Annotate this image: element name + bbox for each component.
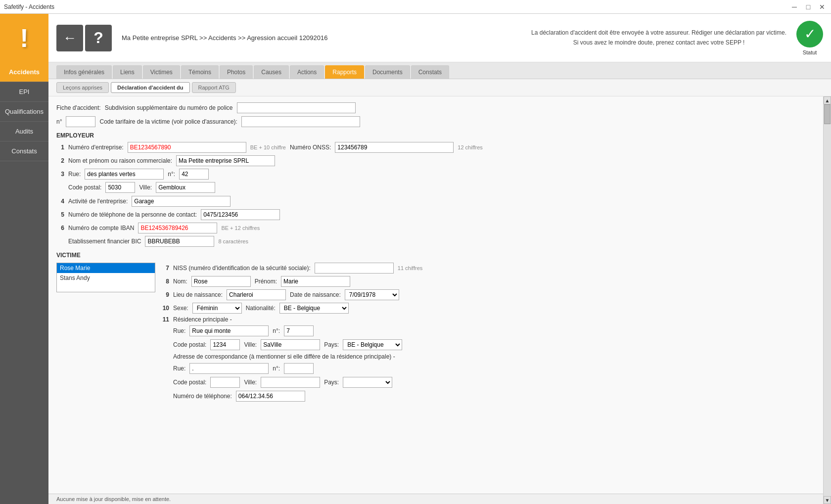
nav-icons: ← ?: [56, 25, 112, 51]
res-n-label: n°:: [273, 327, 280, 334]
nom-label: Nom:: [173, 278, 187, 285]
sidebar-item-audits[interactable]: Audits: [0, 122, 48, 141]
tel-input[interactable]: [236, 391, 305, 402]
nat-label: Nationalité:: [246, 305, 276, 312]
subdivision-input[interactable]: [237, 102, 356, 113]
date-naissance-select[interactable]: 7/09/1978: [345, 289, 399, 300]
corr-ville-label: Ville:: [244, 379, 257, 386]
tab-victimes[interactable]: Victimes: [143, 65, 180, 79]
res-rue-input[interactable]: [189, 325, 269, 336]
subtab-lecons[interactable]: Leçons apprises: [56, 82, 109, 93]
enterprise-hint: BE + 10 chiffre: [250, 144, 286, 150]
tab-temoins[interactable]: Témoins: [181, 65, 219, 79]
tel-contact-input[interactable]: [201, 209, 280, 220]
ville-input[interactable]: [156, 182, 215, 193]
sexe-label: Sexe:: [173, 305, 188, 312]
corr-pays-select[interactable]: [343, 377, 392, 388]
activite-input[interactable]: [132, 196, 231, 207]
subtab-rapport-atg[interactable]: Rapport ATG: [192, 82, 236, 93]
bic-input[interactable]: [145, 236, 214, 247]
num-row-9: 9 Lieu de naissance: Date de naissance: …: [161, 289, 815, 300]
tab-rapports[interactable]: Rapports: [325, 65, 364, 79]
postal-input[interactable]: [105, 182, 135, 193]
prenom-input[interactable]: [281, 276, 350, 287]
residence-postal-row: Code postal: Ville: Pays: BE - Belgique: [173, 339, 815, 350]
subtab-declaration[interactable]: Déclaration d'accident du: [111, 82, 189, 93]
niss-input[interactable]: [315, 263, 394, 274]
sidebar-item-qualifications[interactable]: Qualifications: [0, 102, 48, 122]
subdivision-label: Subdivision supplémentaire du numéro de …: [105, 104, 233, 111]
num-row-2: 2 Nom et prénom ou raison commerciale:: [56, 155, 815, 166]
logo: !: [0, 14, 48, 62]
scroll-thumb[interactable]: [824, 104, 831, 124]
back-button[interactable]: ←: [56, 25, 83, 51]
onss-hint: 12 chiffres: [458, 144, 483, 150]
help-button[interactable]: ?: [85, 25, 112, 51]
iban-input[interactable]: [138, 223, 217, 233]
tab-actions[interactable]: Actions: [290, 65, 324, 79]
corr-n-input[interactable]: [284, 363, 314, 374]
enterprise-label: Numéro d'entreprise:: [68, 144, 124, 151]
lieu-naissance-label: Lieu de naissance:: [173, 291, 223, 298]
res-ville-input[interactable]: [261, 339, 320, 350]
sexe-select[interactable]: Féminin Masculin: [192, 303, 242, 314]
num-row-10: 10 Sexe: Féminin Masculin Nationalité: B…: [161, 303, 815, 314]
tab-liens[interactable]: Liens: [113, 65, 142, 79]
app-container: ! Accidents EPI Qualifications Audits Co…: [0, 14, 831, 504]
lieu-naissance-input[interactable]: [227, 289, 286, 300]
iban-label: Numéro de compte IBAN: [68, 225, 134, 231]
victim-item-rose[interactable]: Rose Marie: [57, 263, 155, 273]
n-label: n°: [56, 118, 62, 125]
header-message: La déclaration d'accident doit être envo…: [531, 28, 786, 47]
corr-postal-input[interactable]: [210, 377, 240, 388]
activite-label: Activité de l'entreprise:: [68, 198, 128, 205]
res-postal-input[interactable]: [210, 339, 240, 350]
rue-n-input[interactable]: [179, 169, 209, 180]
nom-input[interactable]: [191, 276, 251, 287]
tel-row: Numéro de téléphone:: [173, 391, 815, 402]
tab-photos[interactable]: Photos: [220, 65, 253, 79]
scrollbar[interactable]: ▲ ▼: [823, 96, 831, 504]
message-line1: La déclaration d'accident doit être envo…: [531, 28, 786, 38]
tab-documents[interactable]: Documents: [365, 65, 410, 79]
sidebar-item-accidents[interactable]: Accidents: [0, 62, 48, 82]
nationalite-select[interactable]: BE - Belgique: [279, 303, 349, 314]
bic-label: Etablissement financier BIC: [68, 238, 141, 245]
corr-rue-row: Rue: n°:: [173, 363, 815, 374]
status-circle: ✓: [796, 21, 823, 47]
close-button[interactable]: ✕: [817, 2, 827, 12]
raison-label: Nom et prénom ou raison commerciale:: [68, 157, 172, 164]
rue-n-label: n°:: [168, 171, 175, 178]
logo-icon: !: [20, 23, 28, 53]
main-area: ← ? Ma Petite entreprise SPRL >> Acciden…: [48, 14, 831, 504]
corr-ville-input[interactable]: [261, 377, 320, 388]
num-row-1: 1 Numéro d'entreprise: BE + 10 chiffre N…: [56, 142, 815, 153]
enterprise-input[interactable]: [128, 142, 246, 153]
scroll-track[interactable]: [824, 104, 831, 496]
tab-causes[interactable]: Causes: [254, 65, 289, 79]
scroll-up[interactable]: ▲: [824, 96, 831, 104]
maximize-button[interactable]: □: [803, 2, 813, 12]
corr-header-row: Adresse de correspondance (à mentionner …: [173, 353, 815, 360]
tab-infos-generales[interactable]: Infos générales: [56, 65, 112, 79]
n-input[interactable]: [66, 116, 95, 127]
raison-input[interactable]: [176, 155, 275, 166]
bic-hint: 8 caractères: [218, 238, 248, 244]
sidebar-item-constats[interactable]: Constats: [0, 141, 48, 161]
sidebar-item-epi[interactable]: EPI: [0, 82, 48, 102]
rue-input[interactable]: [85, 169, 164, 180]
victim-list-col: Rose Marie Stans Andy: [56, 263, 155, 405]
victime-header: VICTIME: [56, 252, 815, 259]
res-n-input[interactable]: [284, 325, 314, 336]
sidebar: ! Accidents EPI Qualifications Audits Co…: [0, 14, 48, 504]
corr-rue-input[interactable]: [189, 363, 269, 374]
tab-constats[interactable]: Constats: [411, 65, 449, 79]
res-pays-label: Pays:: [324, 341, 339, 348]
res-pays-select[interactable]: BE - Belgique: [343, 339, 402, 350]
scroll-down[interactable]: ▼: [824, 496, 831, 504]
minimize-button[interactable]: ─: [789, 2, 799, 12]
tel-contact-label: Numéro de téléphone de la personne de co…: [68, 211, 197, 218]
victim-item-stans[interactable]: Stans Andy: [57, 273, 155, 283]
onss-input[interactable]: [335, 142, 454, 153]
code-tarifaire-input[interactable]: [241, 116, 360, 127]
